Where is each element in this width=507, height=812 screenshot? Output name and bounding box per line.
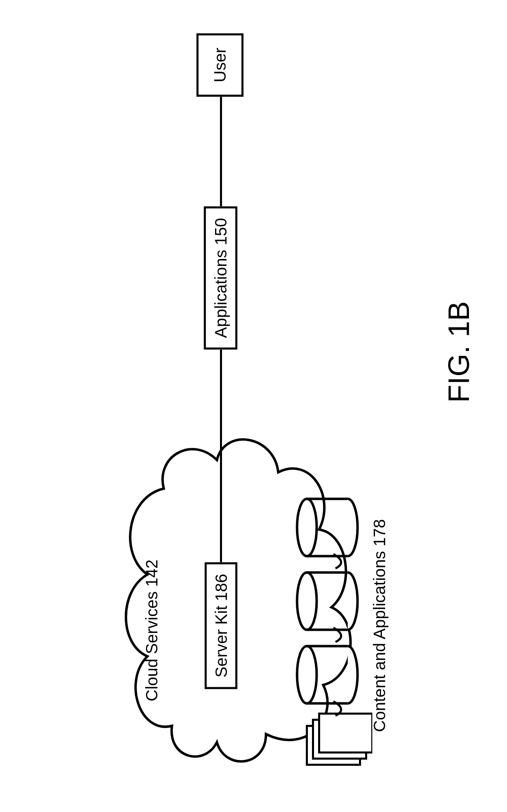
content-apps-label: Content and Applications 178: [370, 519, 389, 732]
server-kit-box: Server Kit 186: [205, 562, 238, 689]
line-apps-to-user: [219, 96, 223, 207]
figure-label: FIG. 1B: [442, 301, 476, 403]
applications-label: Applications 150: [211, 218, 230, 338]
cloud-title: Cloud Services 142: [143, 560, 161, 702]
diagram-stage: Cloud Services 142 Server Kit 186: [0, 0, 507, 812]
server-kit-label: Server Kit 186: [212, 574, 230, 677]
content-connectors: [328, 468, 360, 730]
line-server-to-apps: [219, 350, 223, 562]
user-label: User: [211, 48, 229, 82]
svg-point-4: [297, 573, 317, 630]
svg-point-3: [297, 646, 317, 704]
svg-point-5: [297, 499, 317, 556]
user-box: User: [197, 34, 244, 97]
applications-box: Applications 150: [204, 207, 238, 350]
rotated-canvas: Cloud Services 142 Server Kit 186: [0, 0, 507, 812]
